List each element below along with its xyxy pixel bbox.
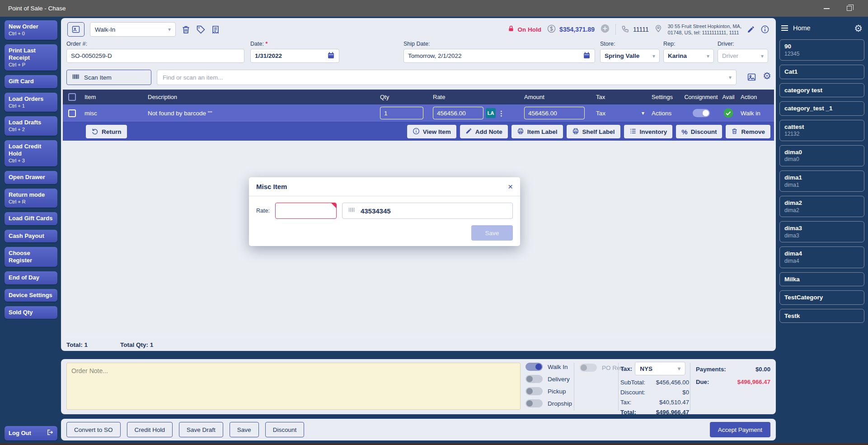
customer-address: 30 55 Fruit Street Hopkinton, MA, 01748,… [668, 23, 741, 36]
cash-payout-button[interactable]: Cash Payout [5, 230, 57, 242]
hamburger-icon[interactable] [781, 25, 788, 31]
date-input[interactable]: 1/31/2022 [250, 49, 339, 63]
receipt-icon[interactable] [211, 25, 220, 34]
info-icon[interactable] [760, 25, 769, 34]
restore-icon[interactable] [847, 6, 852, 11]
phone-icon [621, 25, 629, 34]
order-number-input[interactable] [71, 52, 240, 59]
categories-header: Home ⚙ [779, 17, 864, 39]
pickup-toggle[interactable] [525, 387, 543, 395]
shelf-label-button[interactable]: Shelf Label [567, 125, 620, 138]
category-item[interactable]: dima1dima1 [779, 170, 864, 192]
category-item[interactable]: TestCategory [779, 290, 864, 305]
accept-payment-button[interactable]: Accept Payment [710, 422, 770, 437]
item-label-button[interactable]: Item Label [511, 125, 563, 138]
store-select[interactable]: Spring Valle ▾ [600, 49, 660, 63]
category-item[interactable]: 9012345 [779, 39, 864, 61]
category-item[interactable]: Milka [779, 272, 864, 287]
credit-hold-button[interactable]: Credit Hold [127, 422, 173, 437]
device-settings-button[interactable]: Device Settings [5, 289, 57, 302]
category-item[interactable]: dima4dima4 [779, 246, 864, 268]
order-totals: Tax: NYS ▾ SubTotal:$456,456.00 Discount… [620, 362, 689, 417]
category-item[interactable]: cattest12132 [779, 120, 864, 141]
edit-customer-icon[interactable] [747, 25, 755, 33]
item-search-input[interactable] [162, 74, 729, 81]
select-all-checkbox[interactable] [68, 93, 76, 101]
category-item[interactable]: category_test _1 [779, 101, 864, 116]
ship-date-input[interactable]: Tomorrow, 2/1/2022 [404, 49, 595, 63]
category-list: 9012345 Cat1 category test category_test… [779, 39, 864, 323]
driver-select[interactable]: Driver ▾ [718, 49, 768, 63]
print-last-receipt-button[interactable]: Print Last ReceiptCtrl + P [5, 44, 57, 71]
category-item[interactable]: Testk [779, 309, 864, 323]
load-drafts-button[interactable]: Load DraftsCtrl + 2 [5, 116, 57, 136]
printer-icon [572, 128, 579, 136]
modal-rate-input[interactable] [276, 203, 336, 218]
return-mode-button[interactable]: Return modeCtrl + R [5, 189, 57, 208]
trash-icon [731, 128, 738, 136]
qty-input[interactable] [380, 107, 423, 119]
driver-label: Driver: [718, 41, 768, 47]
save-draft-button[interactable]: Save Draft [179, 422, 223, 437]
load-gift-cards-button[interactable]: Load Gift Cards [5, 212, 57, 225]
dropship-toggle[interactable] [525, 399, 543, 407]
return-button[interactable]: Return [86, 125, 127, 138]
subtotal-value: $456,456.00 [656, 379, 689, 386]
remove-button[interactable]: Remove [726, 125, 770, 138]
gear-icon[interactable]: ⚙ [763, 71, 771, 80]
modal-barcode-field[interactable]: 43534345 [342, 203, 513, 219]
rate-input[interactable] [433, 107, 483, 119]
category-item[interactable]: dima0dima0 [779, 145, 864, 166]
close-icon[interactable]: × [508, 182, 513, 192]
category-item[interactable]: Cat1 [779, 65, 864, 79]
category-item[interactable]: category test [779, 83, 864, 98]
category-item[interactable]: dima2dima2 [779, 196, 864, 217]
tax-select[interactable]: NYS ▾ [635, 362, 685, 375]
row-checkbox[interactable] [68, 109, 76, 117]
calendar-icon[interactable] [327, 52, 335, 61]
customer-select[interactable]: Walk-In ▾ [90, 22, 176, 37]
minimize-icon[interactable] [824, 8, 830, 9]
sold-qty-button[interactable]: Sold Qty [5, 306, 57, 319]
log-out-button[interactable]: Log Out [5, 426, 57, 440]
save-button[interactable]: Save [230, 422, 259, 437]
tag-icon[interactable] [196, 25, 206, 34]
new-order-button[interactable]: New OrderCtrl + 0 [5, 20, 57, 40]
amount-input[interactable] [524, 107, 585, 119]
view-item-button[interactable]: View Item [407, 125, 456, 138]
delete-order-icon[interactable] [181, 25, 191, 34]
inventory-button[interactable]: Inventory [624, 125, 673, 138]
row-actions-link[interactable]: Actions [648, 110, 682, 117]
table-row[interactable]: misc Not found by barcode "" LA ⋮ Tax [63, 104, 774, 123]
open-drawer-button[interactable]: Open Drawer [5, 171, 57, 184]
kebab-menu-icon[interactable]: ⋮ [498, 111, 505, 115]
end-of-day-button[interactable]: End of Day [5, 271, 57, 284]
convert-to-so-button[interactable]: Convert to SO [66, 422, 121, 437]
barcode-icon [347, 206, 356, 215]
category-item[interactable]: dima3dima3 [779, 221, 864, 242]
choose-register-button[interactable]: Choose Register [5, 247, 57, 267]
calendar-icon[interactable] [583, 52, 591, 61]
add-payment-icon[interactable] [600, 24, 610, 35]
modal-save-button[interactable]: Save [471, 225, 513, 241]
rep-select[interactable]: Karina ▾ [663, 49, 714, 63]
po-req-toggle[interactable] [580, 364, 597, 372]
row-tax-select[interactable]: Tax ▾ [596, 110, 644, 117]
order-note-input[interactable] [66, 363, 521, 410]
catalog-image-icon[interactable] [746, 72, 757, 82]
add-note-button[interactable]: Add Note [460, 125, 508, 138]
load-credit-hold-button[interactable]: Load Credit HoldCtrl + 3 [5, 140, 57, 167]
percent-icon: % [681, 128, 687, 136]
scan-item-button[interactable]: Scan Item [66, 70, 151, 85]
chevron-down-icon[interactable]: ▾ [729, 74, 732, 80]
customer-card-icon[interactable] [67, 22, 84, 37]
gear-icon[interactable]: ⚙ [854, 24, 863, 33]
gift-card-button[interactable]: Gift Card [5, 75, 57, 88]
discount-button[interactable]: % Discount [676, 125, 722, 138]
consignment-toggle[interactable] [693, 109, 710, 117]
rate-badge: LA [486, 108, 496, 118]
walk-in-toggle[interactable] [525, 363, 543, 371]
load-orders-button[interactable]: Load OrdersCtrl + 1 [5, 93, 57, 112]
delivery-toggle[interactable] [525, 375, 543, 383]
discount-footer-button[interactable]: Discount [265, 422, 305, 437]
